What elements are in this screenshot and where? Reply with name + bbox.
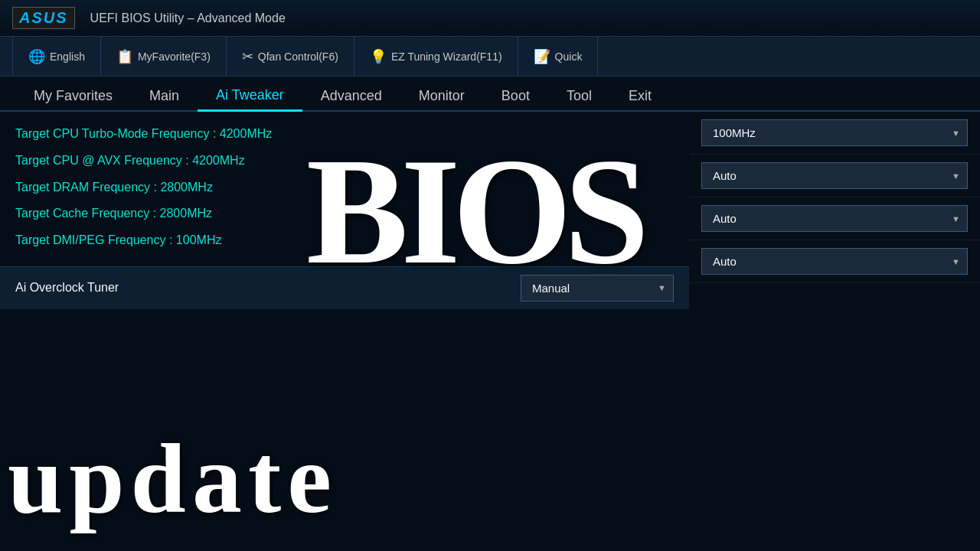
main-area: Target CPU Turbo-Mode Frequency : 4200MH… [0,112,980,551]
info-row-dram: Target DRAM Frequency : 2800MHz [15,174,674,201]
left-panel: Target CPU Turbo-Mode Frequency : 4200MH… [0,112,689,551]
tab-tool[interactable]: Tool [548,82,610,110]
info-row-dmi: Target DMI/PEG Frequency : 100MHz [15,227,674,254]
tab-advanced[interactable]: Advanced [302,82,400,110]
dropdown-dd1[interactable]: 100MHz133MHz [701,119,968,146]
dropdown-dd4[interactable]: AutoManual [701,248,968,275]
ai-overclock-row: Ai Overclock Tuner Manual Auto D.O.C.P. [0,266,689,309]
quick-icon: 📝 [534,48,550,65]
dropdown-wrapper-dd2[interactable]: AutoManual [701,162,968,189]
bios-title: UEFI BIOS Utility – Advanced Mode [90,11,286,25]
dropdown-wrapper-dd3[interactable]: AutoManual [701,205,968,232]
dropdown-dd2[interactable]: AutoManual [701,162,968,189]
info-row-cpu-avx: Target CPU @ AVX Frequency : 4200MHz [15,148,674,174]
asus-logo: ASUS [12,7,75,29]
tab-favorites[interactable]: My Favorites [15,82,131,110]
toolbar-btn-quick[interactable]: 📝Quick [518,37,599,76]
tab-boot[interactable]: Boot [483,82,548,110]
ai-overclock-select[interactable]: Manual Auto D.O.C.P. [521,275,674,302]
toolbar-btn-language[interactable]: 🌐English [12,37,101,76]
tab-aitweaker[interactable]: Ai Tweaker [198,81,302,112]
ai-overclock-label: Ai Overclock Tuner [15,281,119,295]
tab-monitor[interactable]: Monitor [400,82,483,110]
tab-exit[interactable]: Exit [610,82,670,110]
right-dropdown-row-dd2: AutoManual [689,155,980,197]
tab-main[interactable]: Main [131,82,198,110]
quick-label: Quick [555,51,583,63]
header-bar: ASUS UEFI BIOS Utility – Advanced Mode [0,0,980,37]
qfan-icon: ✂ [242,48,253,65]
qfan-label: Qfan Control(F6) [258,51,338,63]
nav-tabs: My FavoritesMainAi TweakerAdvancedMonito… [0,77,980,112]
right-dropdown-row-dd3: AutoManual [689,197,980,240]
dropdown-dd3[interactable]: AutoManual [701,205,968,232]
info-row-cpu-turbo: Target CPU Turbo-Mode Frequency : 4200MH… [15,121,674,148]
ai-overclock-control[interactable]: Manual Auto D.O.C.P. [521,275,674,302]
dropdown-wrapper-dd4[interactable]: AutoManual [701,248,968,275]
toolbar: 🌐English📋MyFavorite(F3)✂Qfan Control(F6)… [0,37,980,77]
toolbar-btn-eztuning[interactable]: 💡EZ Tuning Wizard(F11) [354,37,518,76]
eztuning-icon: 💡 [370,48,387,65]
right-dropdown-row-dd4: AutoManual [689,240,980,283]
eztuning-label: EZ Tuning Wizard(F11) [391,51,502,63]
info-row-cache: Target Cache Frequency : 2800MHz [15,201,674,227]
myfavorite-icon: 📋 [116,48,133,65]
toolbar-btn-qfan[interactable]: ✂Qfan Control(F6) [227,37,354,76]
toolbar-btn-myfavorite[interactable]: 📋MyFavorite(F3) [101,37,227,76]
dropdown-wrapper-dd1[interactable]: 100MHz133MHz [701,119,968,146]
myfavorite-label: MyFavorite(F3) [138,51,211,63]
language-label: English [50,51,85,63]
right-dropdown-row-dd1: 100MHz133MHz [689,112,980,155]
info-rows-container: Target CPU Turbo-Mode Frequency : 4200MH… [0,112,689,263]
asus-brand-text: ASUS [12,7,75,29]
language-icon: 🌐 [28,48,45,65]
right-panel: 100MHz133MHzAutoManualAutoManualAutoManu… [689,112,980,551]
